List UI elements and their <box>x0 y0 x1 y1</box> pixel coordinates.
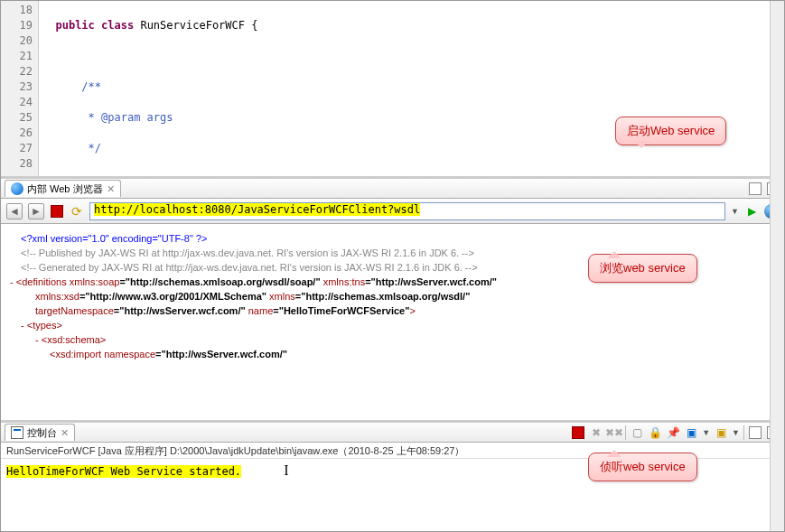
xml-attr: xmlns:tns <box>321 276 366 287</box>
xml-val: ="HelloTimeForWCFService" <box>273 305 409 316</box>
javadoc: * @param args <box>81 111 173 124</box>
kw-class: class <box>101 19 134 32</box>
xml-tag: <definitions <box>16 276 70 287</box>
url-text: http://localhost:8080/JavaServiceForWCFC… <box>94 203 420 216</box>
console-icon <box>11 426 23 439</box>
callout-listen-service: 侦听web service <box>588 453 697 481</box>
xml-attr: targetNamespace <box>35 305 114 316</box>
xml-attr: xmlns:xsd <box>35 291 79 302</box>
minimize-icon[interactable] <box>748 425 762 440</box>
close-icon[interactable]: ✕ <box>61 427 69 439</box>
url-dropdown-icon[interactable]: ▼ <box>731 207 739 216</box>
line-no: 23 <box>1 79 33 95</box>
separator <box>743 425 744 440</box>
console-output-line: HelloTimeForWCF Web Service started. <box>6 465 241 478</box>
line-no: 18 <box>1 3 33 18</box>
collapse-toggle[interactable]: - <box>21 320 27 331</box>
line-no: 25 <box>1 110 33 126</box>
line-no: 19 <box>1 18 33 33</box>
line-no: 27 <box>1 141 33 156</box>
line-gutter: 18 19 20 21 22 23 24 25 26 27 28 <box>1 1 39 176</box>
xml-tag-end: > <box>409 305 415 316</box>
clear-console-button[interactable]: ▢ <box>630 425 644 440</box>
xml-decl: <?xml version="1.0" encoding="UTF-8" ?> <box>21 233 207 244</box>
javadoc: /** <box>81 80 101 93</box>
go-button[interactable]: ▶ <box>744 204 759 219</box>
browser-tab[interactable]: 内部 Web 浏览器 ✕ <box>5 180 121 197</box>
collapse-toggle[interactable]: - <box>35 334 42 345</box>
remove-launch-button[interactable]: ✖ <box>589 425 603 440</box>
xml-attr: name <box>246 305 274 316</box>
xml-tag: <xsd:schema> <box>42 334 107 345</box>
callout-text: 浏览web service <box>600 261 686 275</box>
close-icon[interactable]: ✕ <box>107 183 115 195</box>
refresh-button[interactable]: ⟳ <box>70 204 84 219</box>
line-no: 26 <box>1 126 33 141</box>
code-editor-panel: 18 19 20 21 22 23 24 25 26 27 28 public … <box>1 1 784 179</box>
xml-attr: xmlns <box>266 291 295 302</box>
scroll-lock-button[interactable]: 🔒 <box>648 425 662 440</box>
dropdown-icon[interactable]: ▼ <box>732 428 740 437</box>
xml-comment: <!-- Generated by JAX-WS RI at http://ja… <box>21 262 478 273</box>
line-no: 22 <box>1 64 33 79</box>
xml-val: ="http://schemas.xmlsoap.org/wsdl/soap/" <box>119 276 320 287</box>
line-no: 21 <box>1 49 33 64</box>
forward-button[interactable]: ► <box>28 203 44 219</box>
console-tab-bar: 控制台 ✕ ✖ ✖✖ ▢ 🔒 📌 ▣▼ ▣▼ <box>1 423 784 443</box>
separator <box>625 425 626 440</box>
kw-public: public <box>55 19 94 32</box>
stop-button[interactable] <box>50 204 64 219</box>
dropdown-icon[interactable]: ▼ <box>702 428 710 437</box>
xml-val: ="http://wsServer.wcf.com/" <box>365 276 497 287</box>
back-button[interactable]: ◄ <box>6 203 23 219</box>
xml-val: ="http://schemas.xmlsoap.org/wsdl/" <box>295 291 471 302</box>
collapse-toggle[interactable]: - <box>10 276 16 287</box>
text-cursor-icon: I <box>284 462 288 478</box>
display-console-button[interactable]: ▣ <box>684 425 698 440</box>
xml-tag: <xsd:import <box>50 349 104 359</box>
callout-browse-service: 浏览web service <box>588 254 697 283</box>
minimize-icon[interactable] <box>748 182 762 196</box>
xml-val: ="http://www.w3.org/2001/XMLSchema" <box>79 291 266 302</box>
javadoc: */ <box>81 142 101 154</box>
line-no: 20 <box>1 33 33 49</box>
remove-all-button[interactable]: ✖✖ <box>607 425 621 440</box>
xml-val: ="http://wsServer.wcf.com/" <box>114 305 246 316</box>
line-no: 28 <box>1 156 33 172</box>
class-name: RunServiceForWCF { <box>140 19 257 32</box>
callout-text: 侦听web service <box>600 460 686 473</box>
browser-tab-bar: 内部 Web 浏览器 ✕ <box>1 179 784 199</box>
xml-comment: <!-- Published by JAX-WS RI at http://ja… <box>21 247 474 258</box>
xml-attr: namespace <box>104 349 155 359</box>
editor-vscroll[interactable] <box>770 1 784 179</box>
tab-label: 内部 Web 浏览器 <box>27 182 103 196</box>
code-area[interactable]: public class RunServiceForWCF { /** * @p… <box>39 1 784 176</box>
url-input[interactable]: http://localhost:8080/JavaServiceForWCFC… <box>89 202 725 220</box>
browser-panel: 内部 Web 浏览器 ✕ ◄ ► ⟳ http://localhost:8080… <box>1 179 784 423</box>
xml-attr: xmlns:soap <box>70 276 120 287</box>
callout-start-service: 启动Web service <box>615 117 726 145</box>
pin-console-button[interactable]: 📌 <box>666 425 680 440</box>
xml-val: ="http://wsServer.wcf.com/" <box>155 349 287 359</box>
xml-tag: <types> <box>27 320 62 331</box>
terminate-button[interactable] <box>571 425 585 440</box>
console-tab-label: 控制台 <box>27 426 57 440</box>
console-tab[interactable]: 控制台 ✕ <box>5 424 75 441</box>
open-console-button[interactable]: ▣ <box>714 425 728 440</box>
globe-icon <box>11 182 23 195</box>
line-no: 24 <box>1 95 33 110</box>
callout-text: 启动Web service <box>627 124 715 137</box>
address-bar: ◄ ► ⟳ http://localhost:8080/JavaServiceF… <box>1 199 784 224</box>
